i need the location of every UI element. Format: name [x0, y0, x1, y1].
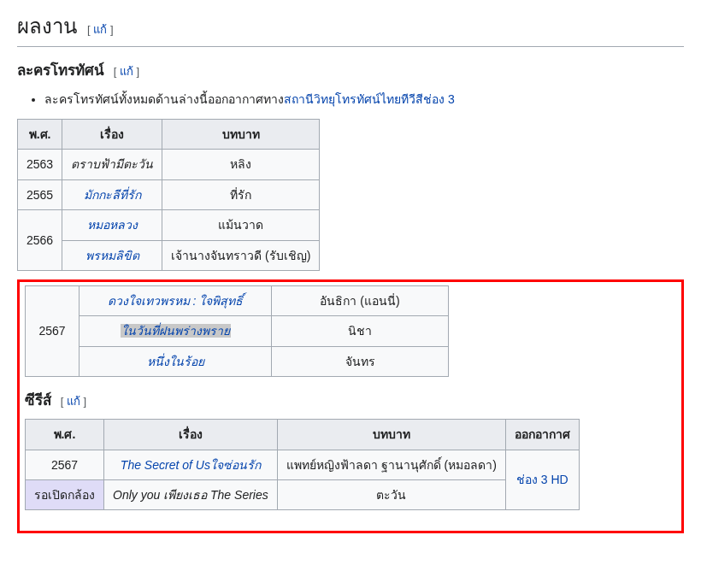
cell-role: แม้นวาด	[162, 210, 320, 240]
table-header-row: พ.ศ. เรื่อง บทบาท	[18, 119, 320, 149]
table-row: หนึ่งในร้อย จันทร	[26, 346, 449, 376]
title-link[interactable]: The Secret of Usใจซ่อนรัก	[121, 458, 261, 472]
bracket-open: [	[114, 65, 117, 78]
col-role: บทบาท	[277, 420, 505, 450]
heading-text: ละครโทรทัศน์	[17, 62, 104, 79]
table-row: ในวันที่ฝนพร่างพราย นิชา	[26, 316, 449, 346]
channel-link[interactable]: ช่อง 3 HD	[516, 473, 568, 486]
bracket-open: [	[87, 23, 91, 36]
cell-year-highlighted: รอเปิดกล้อง	[26, 480, 104, 510]
cell-year: 2567	[26, 285, 80, 376]
cell-title: ดวงใจเทวพรหม : ใจพิสุทธิ์	[80, 285, 272, 315]
channel-link[interactable]: สถานีวิทยุโทรทัศน์ไทยทีวีสีช่อง 3	[284, 92, 455, 106]
table-row: 2567 ดวงใจเทวพรหม : ใจพิสุทธิ์ อันธิกา (…	[26, 285, 449, 315]
edit-section: [ แก้ ]	[61, 395, 87, 408]
table-row: พรหมลิขิต เจ้านางจันทราวดี (รับเชิญ)	[18, 240, 320, 270]
title-text: Only you เพียงเธอ The Series	[113, 488, 268, 502]
cell-title: พรหมลิขิต	[62, 240, 162, 270]
intro-prefix: ละครโทรทัศน์ทั้งหมดด้านล่างนี้ออกอากาศทา…	[44, 92, 284, 106]
cell-title: Only you เพียงเธอ The Series	[104, 480, 278, 510]
table-row: 2563 ตราบฟ้ามีตะวัน หลิง	[18, 150, 320, 179]
title-link[interactable]: ดวงใจเทวพรหม : ใจพิสุทธิ์	[108, 294, 244, 308]
title-text: ตราบฟ้ามีตะวัน	[71, 157, 153, 171]
cell-channel: ช่อง 3 HD	[505, 450, 579, 510]
table-row: รอเปิดกล้อง Only you เพียงเธอ The Series…	[26, 480, 580, 510]
title-link[interactable]: หนึ่งในร้อย	[147, 355, 204, 368]
cell-title: หนึ่งในร้อย	[80, 346, 272, 376]
table-header-row: พ.ศ. เรื่อง บทบาท ออกอากาศ	[26, 420, 580, 450]
cell-title: หมอหลวง	[62, 210, 162, 240]
cell-year: 2563	[18, 150, 62, 179]
cell-title: ตราบฟ้ามีตะวัน	[62, 150, 162, 179]
edit-link[interactable]: แก้	[67, 395, 80, 408]
cell-role: เจ้านางจันทราวดี (รับเชิญ)	[162, 240, 320, 270]
bracket-close: ]	[84, 395, 87, 408]
cell-year: 2566	[18, 210, 62, 271]
edit-link[interactable]: แก้	[120, 65, 133, 78]
bracket-close: ]	[137, 65, 140, 78]
title-link-highlighted[interactable]: ในวันที่ฝนพร่างพราย	[121, 324, 231, 338]
cell-role: นิชา	[272, 316, 449, 346]
table-row: 2565 มักกะลีที่รัก ที่รัก	[18, 179, 320, 209]
section-heading-works: ผลงาน [ แก้ ]	[17, 10, 684, 47]
cell-title: The Secret of Usใจซ่อนรัก	[104, 450, 278, 479]
intro-list: ละครโทรทัศน์ทั้งหมดด้านล่างนี้ออกอากาศทา…	[17, 90, 684, 109]
heading-text: ผลงาน	[17, 15, 77, 38]
cell-role: ตะวัน	[277, 480, 505, 510]
table-row: 2566 หมอหลวง แม้นวาด	[18, 210, 320, 240]
title-link[interactable]: มักกะลีที่รัก	[84, 188, 141, 202]
col-year: พ.ศ.	[18, 119, 62, 149]
cell-role: หลิง	[162, 150, 320, 179]
cell-title: ในวันที่ฝนพร่างพราย	[80, 316, 272, 346]
col-channel: ออกอากาศ	[505, 420, 579, 450]
cell-role: จันทร	[272, 346, 449, 376]
highlight-box: 2567 ดวงใจเทวพรหม : ใจพิสุทธิ์ อันธิกา (…	[17, 279, 684, 534]
series-table: พ.ศ. เรื่อง บทบาท ออกอากาศ 2567 The Secr…	[25, 419, 580, 510]
cell-role: อันธิกา (แอนนี่)	[272, 285, 449, 315]
bracket-close: ]	[110, 23, 114, 36]
cell-year: 2567	[26, 450, 104, 479]
subsection-heading-tv: ละครโทรทัศน์ [ แก้ ]	[17, 59, 684, 82]
table-row: 2567 The Secret of Usใจซ่อนรัก แพทย์หญิง…	[26, 450, 580, 479]
edit-section: [ แก้ ]	[87, 23, 114, 36]
intro-item: ละครโทรทัศน์ทั้งหมดด้านล่างนี้ออกอากาศทา…	[44, 90, 684, 109]
cell-role: ที่รัก	[162, 179, 320, 209]
heading-text: ซีรีส์	[25, 392, 51, 409]
tv-table: พ.ศ. เรื่อง บทบาท 2563 ตราบฟ้ามีตะวัน หล…	[17, 119, 320, 271]
cell-year: 2565	[18, 179, 62, 209]
tv-table-continued: 2567 ดวงใจเทวพรหม : ใจพิสุทธิ์ อันธิกา (…	[25, 285, 449, 377]
title-link[interactable]: พรหมลิขิต	[85, 249, 139, 262]
cell-title: มักกะลีที่รัก	[62, 179, 162, 209]
col-role: บทบาท	[162, 119, 320, 149]
col-title: เรื่อง	[62, 119, 162, 149]
subsection-heading-series: ซีรีส์ [ แก้ ]	[25, 389, 676, 412]
edit-link[interactable]: แก้	[93, 23, 107, 36]
col-title: เรื่อง	[104, 420, 278, 450]
cell-role: แพทย์หญิงฟ้าลดา ฐานานุศักดิ์ (หมอลดา)	[277, 450, 505, 479]
col-year: พ.ศ.	[26, 420, 104, 450]
bracket-open: [	[61, 395, 64, 408]
edit-section: [ แก้ ]	[114, 65, 140, 78]
title-link[interactable]: หมอหลวง	[87, 218, 138, 232]
